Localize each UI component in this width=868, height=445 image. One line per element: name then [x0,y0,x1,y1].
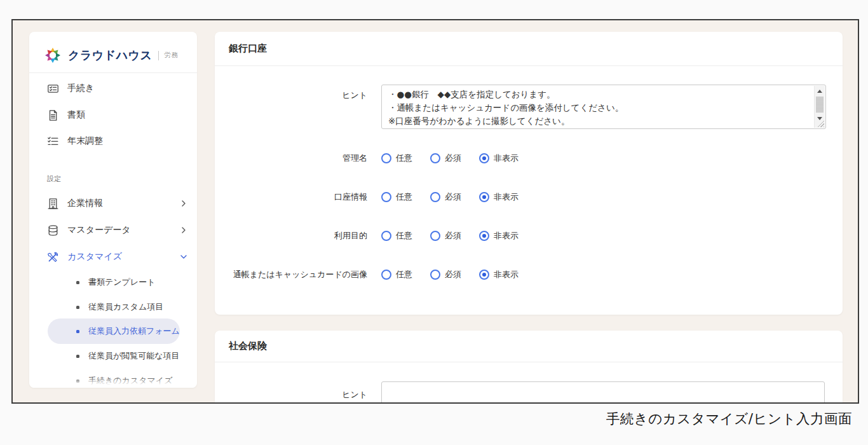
radio-option-label: 非表示 [494,191,519,203]
radio-admin-name-optional[interactable]: 任意 [381,153,412,164]
radio-option-label: 必須 [445,191,461,203]
screenshot-frame: クラウドハウス 労務 設定 手続き 書類 年末調整 企業情報 マスターデータ [11,19,859,404]
sidebar-item-customize[interactable]: カスタマイズ [47,249,188,264]
brand-separator [158,51,159,60]
sidebar-divider [29,72,197,73]
radio-option-label: 任意 [396,269,412,280]
chevron-right-icon [179,226,188,235]
sidebar-item-documents[interactable]: 書類 [47,107,188,123]
hint-row: ヒント ・●●銀行 ◆◆支店を指定しております。 ・通帳またはキャッシュカードの… [215,85,826,129]
hint-label: ヒント [215,381,367,404]
sidebar-subitem-employee-viewable-items[interactable]: 従業員が閲覧可能な項目 [76,350,180,362]
social-insurance-section: 社会保険 ヒント [215,331,843,404]
sidebar-item-label: 年末調整 [67,135,103,147]
radio-passbook-image-required[interactable]: 必須 [430,269,461,280]
radio-group: 任意必須非表示 [381,230,519,242]
scroll-up-icon[interactable] [815,86,825,96]
radio-account-info-required[interactable]: 必須 [430,191,461,203]
radio-circle-icon[interactable] [479,231,489,241]
radio-usage-purpose-required[interactable]: 必須 [430,230,461,242]
radio-account-info-hidden[interactable]: 非表示 [479,191,519,203]
database-icon [47,224,59,236]
app-logo[interactable]: クラウドハウス 労務 [43,42,179,69]
radio-usage-purpose-hidden[interactable]: 非表示 [479,230,519,242]
sidebar-item-label: 企業情報 [67,198,103,209]
radio-option-label: 必須 [445,153,461,164]
sidebar-item-master-data[interactable]: マスターデータ [47,222,188,238]
sidebar-subitem-label: 従業員入力依頼フォーム [88,325,180,337]
radio-option-label: 任意 [396,153,412,164]
sidebar-item-label: 手続き [67,83,94,94]
chevron-right-icon [179,199,188,208]
field-label: 通帳またはキャッシュカードの画像 [215,269,367,280]
bullet-icon [76,306,79,309]
radio-passbook-image-optional[interactable]: 任意 [381,269,412,280]
radio-option-label: 任意 [396,230,412,242]
hint-textarea[interactable] [381,381,825,404]
radio-circle-icon[interactable] [381,192,391,202]
customize-icon [47,251,59,263]
scrollbar-thumb[interactable] [816,97,824,113]
radio-group: 任意必須非表示 [381,153,519,164]
hint-row: ヒント [215,381,825,404]
radio-circle-icon[interactable] [430,231,440,241]
radio-passbook-image-hidden[interactable]: 非表示 [479,269,519,280]
sidebar-item-year-end-adjustment[interactable]: 年末調整 [47,134,188,149]
procedures-icon [47,83,59,95]
field-row-usage-purpose: 利用目的任意必須非表示 [215,230,519,242]
sidebar-item-procedures[interactable]: 手続き [47,81,188,96]
radio-circle-icon[interactable] [430,270,440,280]
radio-circle-icon[interactable] [479,153,489,163]
sidebar-item-label: カスタマイズ [67,251,122,263]
sidebar-subitem-employee-custom-fields[interactable]: 従業員カスタム項目 [76,301,163,313]
radio-admin-name-hidden[interactable]: 非表示 [479,153,519,164]
radio-circle-icon[interactable] [479,270,489,280]
sidebar-item-label: マスターデータ [67,224,131,236]
bank-account-section: 銀行口座 ヒント ・●●銀行 ◆◆支店を指定しております。 ・通帳またはキャッシ… [215,32,843,315]
radio-usage-purpose-optional[interactable]: 任意 [381,230,412,242]
sidebar-item-label: 書類 [67,109,85,121]
radio-group: 任意必須非表示 [381,191,519,203]
textarea-scrollbar[interactable] [814,86,825,128]
sidebar-bottom-fade [29,376,197,388]
radio-circle-icon[interactable] [381,231,391,241]
sidebar-subitem-label: 従業員が閲覧可能な項目 [88,350,180,362]
year-end-icon [47,135,59,147]
sidebar-subitem-label: 従業員カスタム項目 [88,301,163,313]
field-label: 利用目的 [215,230,367,242]
field-label: 口座情報 [215,191,367,203]
radio-group: 任意必須非表示 [381,269,519,280]
radio-circle-icon[interactable] [430,153,440,163]
radio-option-label: 任意 [396,191,412,203]
brand-name: クラウドハウス [68,48,152,63]
radio-admin-name-required[interactable]: 必須 [430,153,461,164]
radio-account-info-optional[interactable]: 任意 [381,191,412,203]
section-title: 社会保険 [215,331,843,362]
hint-text: ・●●銀行 ◆◆支店を指定しております。 ・通帳またはキャッシュカードの画像を添… [388,88,810,126]
brand-pinwheel-icon [43,46,62,65]
figure-caption: 手続きのカスタマイズ/ヒント入力画面 [606,409,852,428]
radio-option-label: 必須 [445,269,461,280]
radio-circle-icon[interactable] [381,270,391,280]
settings-section-label: 設定 [47,174,61,184]
sidebar-item-company-info[interactable]: 企業情報 [47,196,188,211]
bullet-icon [76,281,79,284]
radio-option-label: 必須 [445,230,461,242]
hint-textarea[interactable]: ・●●銀行 ◆◆支店を指定しております。 ・通帳またはキャッシュカードの画像を添… [381,85,826,129]
documents-icon [47,109,59,121]
section-title: 銀行口座 [215,32,843,66]
hint-label: ヒント [215,85,367,129]
brand-product-label: 労務 [164,51,179,60]
bullet-icon [76,330,79,333]
field-row-account-info: 口座情報任意必須非表示 [215,191,519,203]
bullet-icon [76,355,79,358]
sidebar: クラウドハウス 労務 設定 手続き 書類 年末調整 企業情報 マスターデータ [29,32,197,388]
radio-circle-icon[interactable] [479,192,489,202]
chevron-down-icon [179,252,188,261]
sidebar-subitem-document-template[interactable]: 書類テンプレート [76,276,156,289]
sidebar-subitem-employee-input-request-form[interactable]: 従業員入力依頼フォーム [76,325,180,338]
radio-circle-icon[interactable] [430,192,440,202]
company-icon [47,198,59,210]
radio-circle-icon[interactable] [381,153,391,163]
field-label: 管理名 [215,153,367,164]
